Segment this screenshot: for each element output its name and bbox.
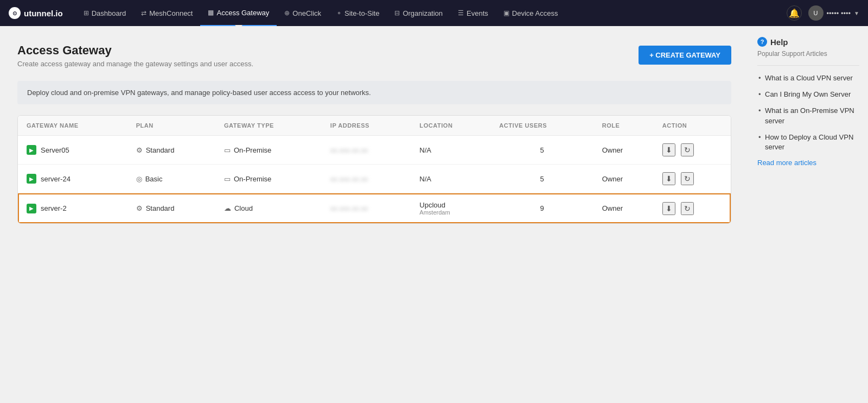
gw-ip-cell: xx.xxx.xx.xx <box>322 136 411 165</box>
nav-icon-events: ☰ <box>458 9 464 17</box>
gateway-table: GATEWAY NAMEPLANGATEWAY TYPEIP ADDRESSLO… <box>18 116 731 223</box>
nav-label-meshconnect: MeshConnect <box>149 9 193 17</box>
help-article-item[interactable]: What is an On-Premise VPN server <box>757 106 859 125</box>
table-header: GATEWAY NAMEPLANGATEWAY TYPEIP ADDRESSLO… <box>18 116 731 136</box>
gw-users-cell: 5 <box>490 165 593 193</box>
nav-item-device-access[interactable]: ▣Device Access <box>496 0 566 26</box>
gw-location-cell: N/A <box>411 165 490 193</box>
nav-icon-oneclick: ⊕ <box>284 9 290 17</box>
location-name: N/A <box>419 146 431 154</box>
plan-label: Standard <box>146 204 175 212</box>
col-header-type: GATEWAY TYPE <box>215 116 322 136</box>
refresh-button[interactable]: ↻ <box>681 202 694 215</box>
help-title-text: Help <box>770 37 788 47</box>
plan-label: Standard <box>146 146 175 154</box>
nav-item-events[interactable]: ☰Events <box>450 0 496 26</box>
gw-ip-cell: xx.xxx.xx.xx <box>322 193 411 224</box>
col-header-users: ACTIVE USERS <box>490 116 593 136</box>
read-more-link[interactable]: Read more articles <box>757 159 859 167</box>
type-label: On-Premise <box>234 175 271 183</box>
active-users: 9 <box>540 204 544 212</box>
type-label: Cloud <box>234 204 253 212</box>
role-label: Owner <box>602 146 623 154</box>
nav-item-organization[interactable]: ⊟Organization <box>387 0 450 26</box>
nav-item-oneclick[interactable]: ⊕OneClick <box>277 0 329 26</box>
gw-type-cell: ▭On-Premise <box>215 136 322 165</box>
main-content: Access Gateway Create access gateway and… <box>0 26 868 403</box>
nav-icon-device-access: ▣ <box>503 9 509 17</box>
ip-address: xx.xxx.xx.xx <box>330 146 368 154</box>
gw-role-cell: Owner <box>593 193 654 224</box>
plan-icon: ⚙ <box>136 146 143 154</box>
info-banner: Deploy cloud and on-premise VPN gateways… <box>17 81 731 104</box>
gw-name: server-2 <box>41 204 67 212</box>
gw-status-icon: ▶ <box>27 204 36 213</box>
help-article-item[interactable]: Can I Bring My Own Server <box>757 90 859 99</box>
help-article-item[interactable]: How to Deploy a Cloud VPN server <box>757 133 859 152</box>
nav-item-site-to-site[interactable]: ⚬Site-to-Site <box>329 0 387 26</box>
col-header-location: LOCATION <box>411 116 490 136</box>
nav-label-events: Events <box>467 9 488 17</box>
nav-item-meshconnect[interactable]: ⇄MeshConnect <box>133 0 200 26</box>
help-articles-list: What is a Cloud VPN serverCan I Bring My… <box>757 73 859 152</box>
download-button[interactable]: ⬇ <box>662 172 675 185</box>
help-sidebar: ? Help Popular Support Articles What is … <box>749 26 868 403</box>
page-header: Access Gateway Create access gateway and… <box>17 43 731 68</box>
page-subtitle: Create access gateway and manage the gat… <box>17 60 253 68</box>
gw-plan-cell: ⚙Standard <box>127 193 215 224</box>
gw-status-icon: ▶ <box>27 145 36 155</box>
active-users: 5 <box>540 175 544 183</box>
gw-name: server-24 <box>41 175 71 183</box>
type-icon: ☁ <box>224 204 231 212</box>
nav-right: 🔔 U ••••• •••• ▼ <box>787 5 859 21</box>
user-name: ••••• •••• <box>827 9 851 17</box>
download-button[interactable]: ⬇ <box>662 202 675 215</box>
gw-ip-cell: xx.xxx.xx.xx <box>322 165 411 193</box>
user-menu[interactable]: U ••••• •••• ▼ <box>808 5 859 21</box>
nav-item-access-gateway[interactable]: ▦Access Gateway <box>200 0 277 26</box>
gw-users-cell: 5 <box>490 136 593 165</box>
nav-label-organization: Organization <box>403 9 443 17</box>
user-dropdown-icon: ▼ <box>854 10 859 16</box>
table-body: ▶Server05⚙Standard▭On-Premisexx.xxx.xx.x… <box>18 136 731 224</box>
table-row[interactable]: ▶Server05⚙Standard▭On-Premisexx.xxx.xx.x… <box>18 136 731 165</box>
avatar: U <box>808 5 824 21</box>
nav-item-dashboard[interactable]: ⊞Dashboard <box>76 0 134 26</box>
nav-items: ⊞Dashboard⇄MeshConnect▦Access Gateway⊕On… <box>76 0 787 26</box>
refresh-button[interactable]: ↻ <box>681 172 694 185</box>
help-icon: ? <box>757 37 767 47</box>
gw-action-cell: ⬇↻ <box>654 193 731 224</box>
col-header-ip: IP ADDRESS <box>322 116 411 136</box>
create-gateway-button[interactable]: + CREATE GATEWAY <box>639 46 731 65</box>
plan-label: Basic <box>145 175 163 183</box>
gw-plan-cell: ◎Basic <box>127 165 215 193</box>
ip-address: xx.xxx.xx.xx <box>330 204 368 212</box>
gw-name: Server05 <box>41 146 69 154</box>
gw-name-cell: ▶Server05 <box>18 136 127 165</box>
table-row[interactable]: ▶server-2⚙Standard☁Cloudxx.xxx.xx.xxUpcl… <box>18 193 731 224</box>
role-label: Owner <box>602 175 623 183</box>
gw-name-cell: ▶server-2 <box>18 193 127 224</box>
type-label: On-Premise <box>234 146 271 154</box>
notification-bell[interactable]: 🔔 <box>787 5 802 21</box>
col-header-role: ROLE <box>593 116 654 136</box>
refresh-button[interactable]: ↻ <box>681 143 694 156</box>
download-button[interactable]: ⬇ <box>662 143 675 156</box>
table-header-row: GATEWAY NAMEPLANGATEWAY TYPEIP ADDRESSLO… <box>18 116 731 136</box>
role-label: Owner <box>602 204 623 212</box>
table-row[interactable]: ▶server-24◎Basic▭On-Premisexx.xxx.xx.xxN… <box>18 165 731 193</box>
plan-icon: ⚙ <box>136 204 143 212</box>
help-article-item[interactable]: What is a Cloud VPN server <box>757 73 859 83</box>
gw-location-cell: UpcloudAmsterdam <box>411 193 490 224</box>
active-nav-indicator <box>235 25 242 29</box>
gw-action-cell: ⬇↻ <box>654 136 731 165</box>
location-name: Upcloud <box>419 201 482 209</box>
nav-icon-organization: ⊟ <box>394 9 400 17</box>
nav-label-access-gateway: Access Gateway <box>216 9 269 17</box>
brand-name: utunnel.io <box>24 9 63 18</box>
page-title: Access Gateway <box>17 43 253 58</box>
gw-status-icon: ▶ <box>27 174 36 184</box>
ip-address: xx.xxx.xx.xx <box>330 175 368 183</box>
plan-icon: ◎ <box>136 175 142 183</box>
brand-logo[interactable]: ⊙ utunnel.io <box>9 7 63 19</box>
